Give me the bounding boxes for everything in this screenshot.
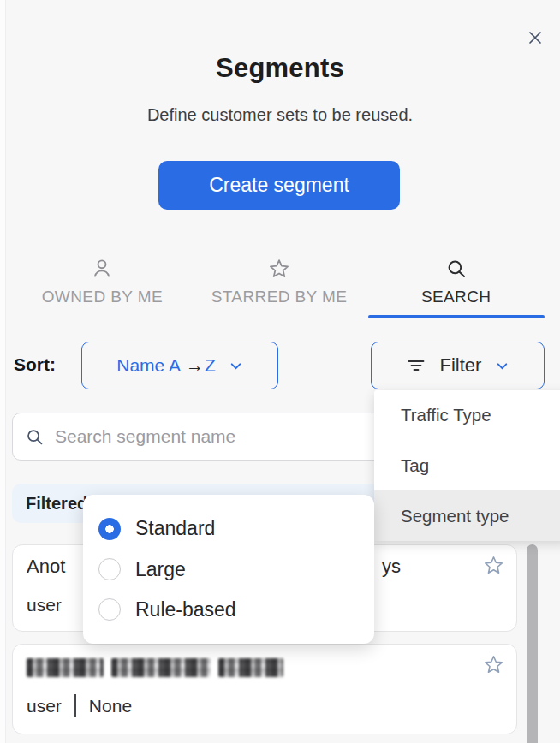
search-icon: [445, 257, 468, 280]
filter-menu: Traffic Type Tag Segment type: [374, 390, 560, 541]
segment-subtitle-left: user: [27, 696, 62, 716]
radio-option-rule-based[interactable]: Rule-based: [83, 598, 374, 621]
segment-type-popup: Standard Large Rule-based: [83, 495, 374, 644]
tab-starred-by-me[interactable]: STARRED BY ME: [191, 253, 368, 320]
filter-label: Filter: [440, 354, 482, 377]
page-title: Segments: [0, 53, 560, 84]
close-icon[interactable]: [525, 27, 545, 48]
star-icon: [268, 257, 290, 280]
filter-dropdown[interactable]: Filter: [371, 342, 545, 389]
right-arrow-glyph: →: [186, 355, 204, 376]
create-segment-button[interactable]: Create segment: [158, 161, 400, 210]
star-icon[interactable]: [483, 555, 504, 576]
scrollbar-thumb[interactable]: [527, 544, 538, 743]
tab-label: STARRED BY ME: [211, 288, 348, 306]
tab-owned-by-me[interactable]: OWNED BY ME: [14, 253, 191, 320]
radio-label: Standard: [135, 517, 215, 540]
radio-label: Rule-based: [135, 598, 236, 621]
page-subtitle: Define customer sets to be reused.: [0, 105, 560, 125]
menu-item-tag[interactable]: Tag: [374, 441, 560, 491]
menu-item-segment-type[interactable]: Segment type: [374, 490, 560, 541]
tab-label: OWNED BY ME: [42, 288, 163, 306]
tab-search[interactable]: SEARCH: [367, 253, 545, 320]
menu-item-traffic-type[interactable]: Traffic Type: [374, 390, 560, 441]
segment-title-fragment: Anot: [27, 556, 65, 578]
radio-label: Large: [135, 558, 186, 581]
filter-icon: [406, 355, 426, 376]
radio-unselected-icon: [98, 558, 121, 580]
segment-subtitle-right: None: [89, 696, 132, 716]
radio-option-standard[interactable]: Standard: [83, 517, 374, 540]
radio-unselected-icon: [98, 598, 121, 621]
search-icon: [25, 427, 45, 447]
segment-title-fragment: ys: [382, 556, 401, 578]
person-icon: [91, 257, 113, 280]
star-icon[interactable]: [483, 654, 504, 675]
sort-value-suffix: Z: [205, 355, 216, 376]
sort-dropdown[interactable]: Name A → Z: [81, 342, 278, 389]
tab-label: SEARCH: [421, 288, 491, 306]
active-tab-underline: [368, 315, 545, 318]
segment-subtitle: user: [27, 595, 62, 615]
radio-selected-icon: [98, 518, 121, 540]
divider: [74, 694, 76, 717]
segment-list-item[interactable]: user None: [12, 644, 517, 734]
sort-value: Name A: [116, 355, 181, 376]
chevron-down-icon: [229, 359, 243, 373]
tab-bar: OWNED BY ME STARRED BY ME SEARCH: [14, 253, 545, 320]
radio-option-large[interactable]: Large: [83, 558, 374, 581]
sort-label: Sort:: [14, 354, 56, 375]
chevron-down-icon: [495, 359, 509, 373]
segment-subtitle: user None: [27, 694, 132, 717]
redacted-title: [27, 658, 283, 677]
